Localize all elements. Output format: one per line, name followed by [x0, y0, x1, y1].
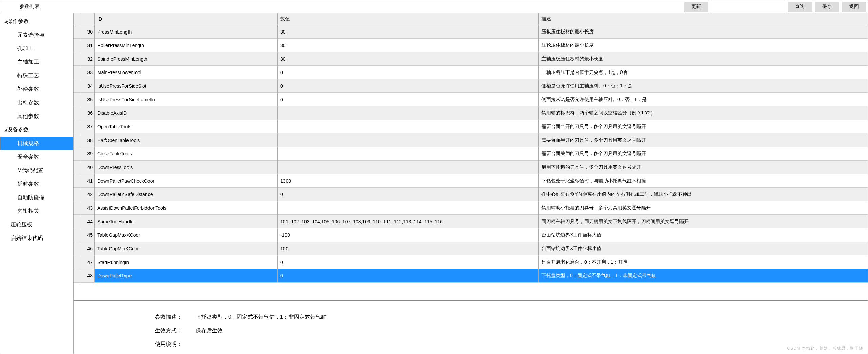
cell-id[interactable]: TableGapMaxXCoor: [95, 228, 278, 242]
table-row[interactable]: 34IsUsePressForSideSlot0侧槽是否允许使用主轴压料。0：否…: [74, 79, 868, 93]
cell-id[interactable]: IsUsePressForSideSlot: [95, 79, 278, 92]
cell-value[interactable]: 0: [278, 188, 539, 201]
sidebar-item[interactable]: 自动防碰撞: [0, 191, 73, 204]
table-row[interactable]: 44SameToolHandle101_102_103_104,105_106_…: [74, 215, 868, 228]
cell-value[interactable]: [278, 133, 539, 147]
sidebar-item[interactable]: 特殊工艺: [0, 69, 73, 82]
cell-desc[interactable]: 禁用辅助小托盘的刀具号，多个刀具用英文逗号隔开: [539, 201, 868, 214]
cell-desc[interactable]: 台面钻坑边界X工件坐标大值: [539, 228, 868, 242]
cell-desc[interactable]: 禁用轴的标识符，两个轴之间以空格区分（例:Y1 Y2）: [539, 106, 868, 120]
column-header-desc[interactable]: 描述: [539, 13, 868, 25]
cell-desc[interactable]: 需要台面关闭的刀具号，多个刀具用英文逗号隔开: [539, 147, 868, 160]
cell-id[interactable]: IsUsePressForSideLamello: [95, 93, 278, 106]
sidebar-item[interactable]: 其他参数: [0, 109, 73, 123]
sidebar-item[interactable]: 延时参数: [0, 177, 73, 191]
cell-id[interactable]: RollerPressMinLength: [95, 39, 278, 52]
sidebar-item[interactable]: 安全参数: [0, 150, 73, 164]
table-row[interactable]: 40DownPressTools启用下托料的刀具号，多个刀具用英文逗号隔开: [74, 161, 868, 174]
cell-id[interactable]: StartRunningIn: [95, 255, 278, 269]
table-row[interactable]: 43AssistDownPalletForbiddonTools禁用辅助小托盘的…: [74, 201, 868, 215]
cell-desc[interactable]: 同刀柄主轴刀具号，同刀柄用英文下划线隔开，刀柄间用英文逗号隔开: [539, 215, 868, 228]
cell-id[interactable]: PressMinLength: [95, 25, 278, 38]
cell-desc[interactable]: 侧槽是否允许使用主轴压料。0：否；1：是: [539, 79, 868, 92]
tree-group-device-params[interactable]: ◢ 设备参数: [0, 123, 73, 137]
table-row[interactable]: 38HalfOpenTableTools需要台面半开的刀具号，多个刀具用英文逗号…: [74, 133, 868, 147]
cell-desc[interactable]: 台面钻坑边界X工件坐标小值: [539, 242, 868, 255]
cell-value[interactable]: 0: [278, 79, 539, 92]
cell-desc[interactable]: 压板压住板材的最小长度: [539, 25, 868, 38]
table-row[interactable]: 30PressMinLength30压板压住板材的最小长度: [74, 25, 868, 39]
table-row[interactable]: 31RollerPressMinLength30压轮压住板材的最小长度: [74, 39, 868, 52]
cell-value[interactable]: 0: [278, 255, 539, 269]
search-input[interactable]: [713, 2, 784, 12]
parameter-grid[interactable]: ID 数值 描述 30PressMinLength30压板压住板材的最小长度31…: [74, 13, 868, 300]
cell-id[interactable]: DisableAxisID: [95, 106, 278, 120]
cell-value[interactable]: 0: [278, 66, 539, 79]
cell-desc[interactable]: 主轴压料压下是否低于刀尖点，1是，0否: [539, 66, 868, 79]
sidebar-item[interactable]: 出料参数: [0, 96, 73, 109]
sidebar-item[interactable]: 夹钳相关: [0, 204, 73, 218]
cell-value[interactable]: [278, 120, 539, 133]
cell-desc[interactable]: 需要台面半开的刀具号，多个刀具用英文逗号隔开: [539, 133, 868, 147]
cell-desc[interactable]: 压轮压住板材的最小长度: [539, 39, 868, 52]
cell-desc[interactable]: 主轴压板压住板材的最小长度: [539, 52, 868, 65]
sidebar-item[interactable]: 元素选择项: [0, 28, 73, 42]
cell-value[interactable]: 30: [278, 52, 539, 65]
table-row[interactable]: 47StartRunningIn0是否开启老化磨合，0：不开启，1：开启: [74, 255, 868, 269]
back-button[interactable]: 返回: [842, 2, 866, 12]
update-button[interactable]: 更新: [684, 2, 708, 12]
table-row[interactable]: 39CloseTableTools需要台面关闭的刀具号，多个刀具用英文逗号隔开: [74, 147, 868, 161]
cell-id[interactable]: HalfOpenTableTools: [95, 133, 278, 147]
cell-id[interactable]: AssistDownPalletForbiddonTools: [95, 201, 278, 214]
table-row[interactable]: 46TableGapMinXCoor100台面钻坑边界X工件坐标小值: [74, 242, 868, 255]
cell-id[interactable]: SpindlePressMinLength: [95, 52, 278, 65]
sidebar-item[interactable]: 压轮压板: [0, 218, 73, 231]
sidebar-item[interactable]: 补偿参数: [0, 82, 73, 96]
expand-toggle-icon[interactable]: ◢: [0, 128, 6, 132]
cell-value[interactable]: 100: [278, 242, 539, 255]
cell-id[interactable]: SameToolHandle: [95, 215, 278, 228]
expand-toggle-icon[interactable]: ◢: [0, 19, 6, 24]
sidebar-item[interactable]: 主轴加工: [0, 55, 73, 69]
cell-desc[interactable]: 侧面拉米诺是否允许使用主轴压料。0：否；1：是: [539, 93, 868, 106]
cell-value[interactable]: 30: [278, 25, 539, 38]
cell-desc[interactable]: 需要台面全开的刀具号，多个刀具用英文逗号隔开: [539, 120, 868, 133]
table-row[interactable]: 36DisableAxisID禁用轴的标识符，两个轴之间以空格区分（例:Y1 Y…: [74, 106, 868, 120]
cell-value[interactable]: 0: [278, 93, 539, 106]
cell-value[interactable]: [278, 201, 539, 214]
save-button[interactable]: 保存: [815, 2, 839, 12]
cell-id[interactable]: MainPressLowerTool: [95, 66, 278, 79]
sidebar-item[interactable]: 机械规格: [0, 137, 73, 150]
cell-value[interactable]: 0: [278, 269, 539, 282]
table-row[interactable]: 37OpenTableTools需要台面全开的刀具号，多个刀具用英文逗号隔开: [74, 120, 868, 133]
cell-value[interactable]: 30: [278, 39, 539, 52]
table-row[interactable]: 41DownPalletPawCheckCoor1300下钻包处于此坐标值时，与…: [74, 174, 868, 188]
sidebar-item[interactable]: M代码配置: [0, 164, 73, 177]
cell-value[interactable]: 1300: [278, 174, 539, 187]
table-row[interactable]: 42DownPalletYSafeDistance0 孔中心到夹钳侧Y向距离在此…: [74, 188, 868, 201]
cell-value[interactable]: [278, 106, 539, 120]
cell-id[interactable]: DownPalletType: [95, 269, 278, 282]
cell-id[interactable]: DownPalletPawCheckCoor: [95, 174, 278, 187]
query-button[interactable]: 查询: [788, 2, 812, 12]
cell-desc[interactable]: 下托盘类型，0：固定式不带气缸，1：非固定式带气缸: [539, 269, 868, 282]
cell-id[interactable]: DownPalletYSafeDistance: [95, 188, 278, 201]
cell-value[interactable]: [278, 147, 539, 160]
cell-desc[interactable]: 是否开启老化磨合，0：不开启，1：开启: [539, 255, 868, 269]
column-header-id[interactable]: ID: [95, 13, 278, 25]
table-row[interactable]: 35IsUsePressForSideLamello0侧面拉米诺是否允许使用主轴…: [74, 93, 868, 106]
sidebar-item[interactable]: 启始结束代码: [0, 231, 73, 245]
sidebar-item[interactable]: 孔加工: [0, 42, 73, 55]
cell-id[interactable]: TableGapMinXCoor: [95, 242, 278, 255]
table-row[interactable]: 32SpindlePressMinLength30主轴压板压住板材的最小长度: [74, 52, 868, 66]
table-row[interactable]: 45TableGapMaxXCoor-100台面钻坑边界X工件坐标大值: [74, 228, 868, 242]
table-row[interactable]: 48DownPalletType0下托盘类型，0：固定式不带气缸，1：非固定式带…: [74, 269, 868, 283]
cell-id[interactable]: DownPressTools: [95, 161, 278, 174]
cell-desc[interactable]: 下钻包处于此坐标值时，与辅助小托盘气缸不相撞: [539, 174, 868, 187]
tree-group-operation-params[interactable]: ◢ 操作参数: [0, 15, 73, 28]
cell-value[interactable]: 101_102_103_104,105_106_107_108,109_110_…: [278, 215, 539, 228]
cell-value[interactable]: -100: [278, 228, 539, 242]
cell-id[interactable]: CloseTableTools: [95, 147, 278, 160]
cell-desc[interactable]: 孔中心到夹钳侧Y向距离在此值内的左右侧孔加工时，辅助小托盘不伸出: [539, 188, 868, 201]
cell-id[interactable]: OpenTableTools: [95, 120, 278, 133]
